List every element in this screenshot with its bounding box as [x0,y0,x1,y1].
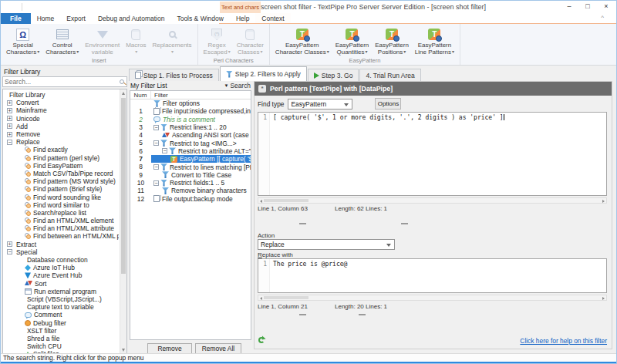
ribbon-tab[interactable]: Export [60,13,92,24]
tree-item[interactable]: Find word sounding like [3,193,119,201]
ribbon-tab[interactable]: File [1,13,31,24]
tree-item[interactable]: Find EasyPattern [3,162,119,170]
tree-expander[interactable]: + [7,241,12,247]
tree-expander[interactable]: − [162,148,167,153]
action-select[interactable]: Replace [258,239,395,250]
tree-expander[interactable]: − [153,180,159,186]
filter-row[interactable]: 4 Ascending ANSI sort (case ins... [130,131,251,139]
ribbon-tab[interactable]: Context [255,13,290,24]
tree-expander[interactable]: − [7,140,12,145]
tree-item[interactable]: Find word similar to [3,201,119,209]
ribbon-button[interactable]: EasyPattern Quantities [332,25,373,56]
filter-row[interactable]: 2 This is a comment [130,116,251,123]
tree-item[interactable]: Find pattern (Brief style) [3,185,119,193]
ribbon-button[interactable]: Replacements [149,25,194,56]
scroll-up-icon[interactable] [122,92,125,95]
tree-item[interactable]: + Convert [3,99,119,106]
tree-item[interactable]: Debug filter [3,318,119,326]
filter-row[interactable]: 3 − Restrict lines:1 .. 20 [130,123,251,131]
scroll-left-icon[interactable] [260,297,262,300]
tree-expander[interactable]: + [7,123,12,129]
scroll-right-icon[interactable] [602,200,605,203]
ribbon-button[interactable]: EasyPattern Positions [372,25,412,56]
tree-item[interactable]: Run external program [3,288,119,295]
tree-item[interactable]: Find an HTML/XML attribute [3,224,119,232]
tree-item[interactable]: + Unicode [3,115,119,123]
ribbon-tab[interactable]: Home [31,13,61,24]
replace-with-text-value[interactable]: The price is @price@ [273,261,605,268]
splitter-grip[interactable] [401,223,408,224]
tree-expander[interactable]: − [153,140,159,146]
tree-item[interactable]: Find between an HTML/XML pair [3,232,119,240]
tree-item[interactable]: Find pattern (MS Word style) [3,177,119,185]
step-tab[interactable]: Step 2. Filters to Apply [220,66,307,81]
tree-expander[interactable]: − [7,249,12,254]
tree-item[interactable]: Sort [3,280,119,288]
tree-item[interactable]: Script (VBScript,JScript...) [3,295,119,303]
find-editor-hscrollbar[interactable] [258,197,607,204]
find-type-select[interactable]: EasyPattern [288,99,352,110]
filter-row[interactable]: 7 EasyPattern [[ capture( '$... [130,155,251,163]
ribbon-button[interactable]: EasyPattern Line Patterns [412,25,457,56]
tree-item[interactable]: Match CSV/Tab/Pipe record [3,170,119,177]
ribbon-button[interactable]: Environment variable [82,25,123,56]
scroll-down-icon[interactable] [122,349,125,352]
tree-expander[interactable]: + [7,100,12,106]
ribbon-button[interactable]: Macros [123,25,149,56]
tree-item[interactable]: Switch CPU [3,342,119,350]
ribbon-tab[interactable]: Help [230,13,255,24]
options-button[interactable]: Options [375,98,401,110]
scroll-left-icon[interactable] [260,200,262,203]
find-pattern-text[interactable]: [ capture( '$', 1 or more digits, '.', 2… [273,114,605,121]
tree-item[interactable]: Azure IoT Hub [3,264,119,271]
splitter-grip[interactable] [299,314,306,315]
step-tab[interactable]: Step 3. Go [308,69,359,81]
scroll-right-icon[interactable] [602,297,605,300]
tree-item[interactable]: Shred a file [3,335,119,342]
ribbon-tab[interactable]: Tools & Window [170,13,229,24]
tree-item[interactable]: Filter Library [3,91,119,99]
tree-item[interactable]: Capture text to variable [3,303,119,311]
collapse-ribbon-button[interactable]: ^ [601,14,604,22]
tree-expander[interactable]: − [153,125,159,130]
tree-item[interactable]: Find an HTML/XML element [3,217,119,224]
scrollbar-thumb[interactable] [264,296,308,299]
filter-row[interactable]: 10 − Restrict fields:1 .. 5 [130,179,251,187]
find-pattern-editor[interactable]: 1 [ capture( '$', 1 or more digits, '.',… [258,112,607,196]
filter-row[interactable]: 9 Convert to Title Case [130,171,251,179]
filter-row[interactable]: 5 − Restrict to tag <IMG...> [130,139,251,147]
ribbon-button[interactable]: Character Classes [234,25,267,56]
tree-item[interactable]: + Add [3,123,119,130]
tree-item[interactable]: Azure Event Hub [3,271,119,279]
filter-help-link[interactable]: Click here for help on this filter [520,337,607,345]
tree-item[interactable]: Database connection [3,256,119,264]
ribbon-button[interactable]: EasyPattern Character Classes [272,25,332,56]
ribbon-button[interactable]: Regex Escaped [201,25,234,56]
tree-expander[interactable]: − [153,164,159,170]
scrollbar-thumb[interactable] [121,98,126,274]
scrollbar-thumb[interactable] [264,199,308,202]
step-tab[interactable]: 4. Trial Run Area [359,69,420,81]
tree-item[interactable]: + Mainframe [3,106,119,114]
filter-row[interactable]: 12 File output:backup mode [130,195,251,203]
tree-expander[interactable]: + [7,116,12,121]
ribbon-button[interactable]: Control Characters [42,25,82,56]
tree-item[interactable]: + Remove [3,130,119,138]
splitter-grip[interactable] [299,223,306,224]
filter-row[interactable]: 1 File input:inside compressed,includ... [130,107,251,115]
filter-row[interactable]: 11 Remove binary characters [130,187,251,194]
refresh-icon[interactable] [258,337,265,343]
tree-expander[interactable]: + [7,132,12,137]
replace-editor-hscrollbar[interactable] [258,295,607,301]
tree-item[interactable]: + Extract [3,241,119,248]
tree-item[interactable]: − Special [3,248,119,256]
splitter-grip[interactable] [359,314,366,315]
tree-item[interactable]: − Replace [3,138,119,146]
tree-scrollbar[interactable] [120,89,126,354]
tree-item[interactable]: Search/replace list [3,209,119,217]
tree-item[interactable]: Comment [3,311,119,318]
tree-item[interactable]: Find exactly [3,146,119,153]
tree-expander[interactable]: + [7,108,12,113]
close-button[interactable]: × [601,1,612,12]
replace-with-editor[interactable]: 1 The price is @price@ [258,258,607,293]
